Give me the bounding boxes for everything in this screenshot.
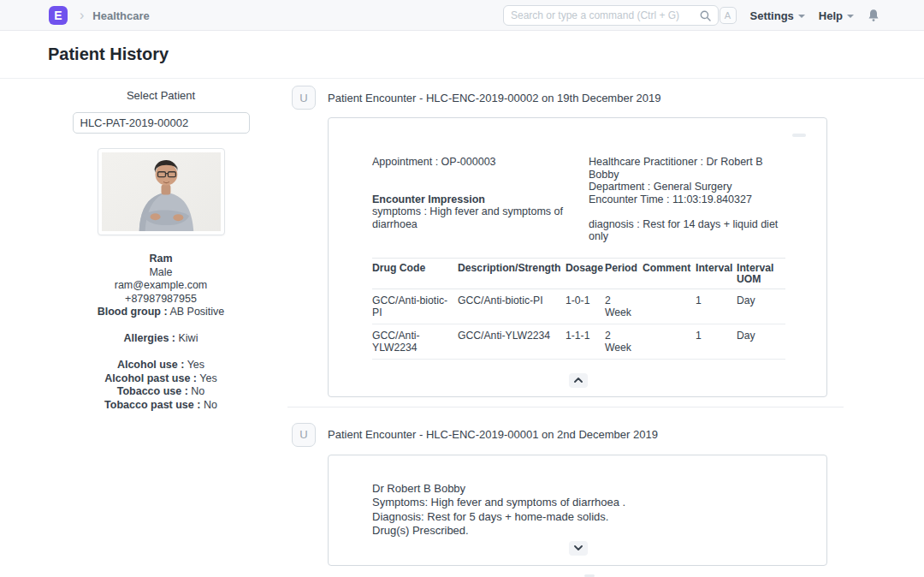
patient-blood-group: Blood group : AB Positive xyxy=(48,306,274,319)
collapse-encounter-button[interactable] xyxy=(569,373,588,388)
encounter-practitioner-line: Dr Robert B Bobby xyxy=(372,482,784,497)
bell-icon[interactable] xyxy=(868,9,880,22)
habit-tobacco-past-use: Tobacco past use : No xyxy=(48,399,274,413)
help-label: Help xyxy=(819,9,843,22)
col-comment: Comment xyxy=(643,258,696,288)
encounter-time: Encounter Time : 11:03:19.840327 xyxy=(589,193,784,206)
encounter-title: Patient Encounter - HLC-ENC-2019-00002 o… xyxy=(328,92,661,104)
settings-label: Settings xyxy=(750,9,794,22)
habit-alcohol-past-use: Alcohol past use : Yes xyxy=(48,372,274,386)
settings-menu[interactable]: Settings xyxy=(750,9,805,22)
table-header-row: Drug Code Description/Strength Dosage Pe… xyxy=(372,258,785,288)
encounter-impression-heading: Encounter Impression xyxy=(372,193,572,206)
search-input[interactable] xyxy=(511,9,700,21)
help-menu[interactable]: Help xyxy=(819,9,854,22)
global-search[interactable] xyxy=(503,5,719,26)
drug-prescription-table: Drug Code Description/Strength Dosage Pe… xyxy=(372,258,785,360)
encounter-symptoms-line: Symptoms: High fever and symptoms of dia… xyxy=(372,496,784,510)
page-header: Patient History xyxy=(0,31,924,79)
chevron-down-icon xyxy=(574,545,583,550)
encounter-item-1: U Patient Encounter - HLC-ENC-2019-00002… xyxy=(287,86,844,407)
patient-sidebar: Select Patient xyxy=(48,82,274,412)
search-icon xyxy=(700,10,711,21)
habit-alcohol-use: Alcohol use : Yes xyxy=(48,359,274,372)
col-interval-uom: Interval UOM xyxy=(737,258,785,288)
encounter-drugs-line: Drug(s) Prescribed. xyxy=(372,524,784,538)
habit-tobacco-use: Tobacco use : No xyxy=(48,385,274,399)
breadcrumb-chevron-icon: › xyxy=(80,9,84,22)
patient-phone: +87987987955 xyxy=(48,293,274,306)
encounter-department: Department : General Surgery xyxy=(589,181,784,193)
encounter-card-1: Appointment : OP-000003 Encounter Impres… xyxy=(328,117,827,397)
caret-down-icon xyxy=(798,15,805,18)
patient-email: ram@example.com xyxy=(48,279,274,293)
col-dosage: Dosage xyxy=(566,258,605,288)
encounter-symptoms: symptoms : High fever and symptoms of di… xyxy=(372,205,572,230)
patient-allergies: Allergies : Kiwi xyxy=(48,332,274,346)
table-row: GCC/Anti-YLW2234 GCC/Anti-YLW2234 1-1-1 … xyxy=(372,324,785,359)
encounter-diagnosis: diagnosis : Rest for 14 days + liquid di… xyxy=(589,218,784,243)
user-badge-icon: U xyxy=(292,86,316,110)
col-description: Description/Strength xyxy=(458,258,566,288)
col-interval: Interval xyxy=(696,258,737,288)
patient-details: Ram Male ram@example.com +87987987955 Bl… xyxy=(48,253,274,412)
caret-down-icon xyxy=(847,15,854,18)
patient-history-timeline: U Patient Encounter - HLC-ENC-2019-00002… xyxy=(287,86,844,577)
user-badge-icon: U xyxy=(292,423,316,447)
expand-encounter-button[interactable] xyxy=(569,541,588,556)
select-patient-label: Select Patient xyxy=(48,89,274,102)
col-period: Period xyxy=(605,258,643,288)
navbar: E › Healthcare A Settings Help xyxy=(0,0,924,31)
patient-select-input[interactable] xyxy=(73,112,250,134)
encounter-title: Patient Encounter - HLC-ENC-2019-00001 o… xyxy=(328,428,658,441)
encounter-appointment: Appointment : OP-000003 xyxy=(372,156,572,169)
patient-photo xyxy=(98,148,225,235)
collapse-dash-icon[interactable] xyxy=(792,134,806,137)
erpnext-logo-icon[interactable]: E xyxy=(49,6,68,25)
breadcrumb-healthcare[interactable]: Healthcare xyxy=(92,9,149,22)
encounter-diagnosis-line: Diagnosis: Rest for 5 days + home-made s… xyxy=(372,510,784,525)
col-drug-code: Drug Code xyxy=(372,258,458,288)
user-avatar[interactable]: A xyxy=(720,7,737,24)
patient-name: Ram xyxy=(48,253,274,266)
chevron-up-icon xyxy=(574,378,583,383)
encounter-card-2: Dr Robert B Bobby Symptoms: High fever a… xyxy=(328,455,827,566)
table-row: GCC/Anti-biotic-PI GCC/Anti-biotic-PI 1-… xyxy=(372,288,785,324)
patient-gender: Male xyxy=(48,266,274,280)
encounter-practitioner: Healthcare Practitioner : Dr Robert B Bo… xyxy=(589,156,784,181)
encounter-item-2: U Patient Encounter - HLC-ENC-2019-00001… xyxy=(287,407,844,577)
page-title: Patient History xyxy=(48,45,169,64)
